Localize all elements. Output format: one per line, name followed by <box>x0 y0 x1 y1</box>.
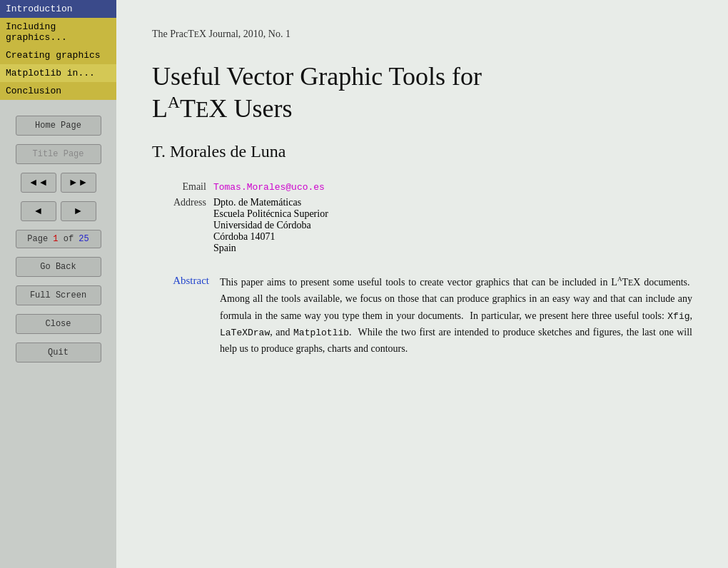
nav-including-graphics[interactable]: Including graphics... <box>0 18 116 46</box>
full-screen-button[interactable]: Full Screen <box>16 285 101 305</box>
author-name: T. Morales de Luna <box>152 142 692 161</box>
abstract-section: Abstract This paper aims to present some… <box>152 274 692 357</box>
email-label: Email <box>173 179 213 195</box>
journal-reference: The PracTEX Journal, 2010, No. 1 <box>152 29 692 40</box>
paper-title: Useful Vector Graphic Tools for LATEX Us… <box>152 61 692 124</box>
contact-table: Email Tomas.Morales@uco.es Address Dpto.… <box>173 179 335 256</box>
fast-forward-button[interactable]: ►► <box>61 173 96 193</box>
page-separator: of <box>64 234 74 244</box>
page-total: 25 <box>79 234 89 244</box>
page-current: 1 <box>53 234 58 244</box>
close-button[interactable]: Close <box>16 314 101 334</box>
email-value: Tomas.Morales@uco.es <box>213 179 335 195</box>
quit-button[interactable]: Quit <box>16 343 101 362</box>
abstract-label: Abstract <box>152 274 209 357</box>
page-indicator: Page 1 of 25 <box>16 230 101 248</box>
nav-introduction[interactable]: Introduction <box>0 0 116 18</box>
back-button[interactable]: ◄ <box>21 201 56 221</box>
home-page-button[interactable]: Home Page <box>16 116 101 136</box>
address-label: Address <box>173 195 213 256</box>
go-back-button[interactable]: Go Back <box>16 257 101 277</box>
nav-conclusion[interactable]: Conclusion <box>0 82 116 100</box>
abstract-text: This paper aims to present some useful t… <box>220 274 692 357</box>
nav-arrows: ◄ ► <box>0 201 116 221</box>
nav-creating-graphics[interactable]: Creating graphics <box>0 46 116 64</box>
main-content: The PracTEX Journal, 2010, No. 1 Useful … <box>116 0 728 568</box>
fast-back-button[interactable]: ◄◄ <box>21 173 56 193</box>
forward-button[interactable]: ► <box>61 201 96 221</box>
fast-nav-arrows: ◄◄ ►► <box>0 173 116 193</box>
address-row: Address Dpto. de Matemáticas Escuela Pol… <box>173 195 335 256</box>
email-row: Email Tomas.Morales@uco.es <box>173 179 335 195</box>
page-label: Page <box>27 234 48 244</box>
address-value: Dpto. de Matemáticas Escuela Politécnica… <box>213 195 335 256</box>
sidebar: Introduction Including graphics... Creat… <box>0 0 116 568</box>
title-page-button[interactable]: Title Page <box>16 144 101 164</box>
nav-matplotlib[interactable]: Matplotlib in... <box>0 64 116 82</box>
